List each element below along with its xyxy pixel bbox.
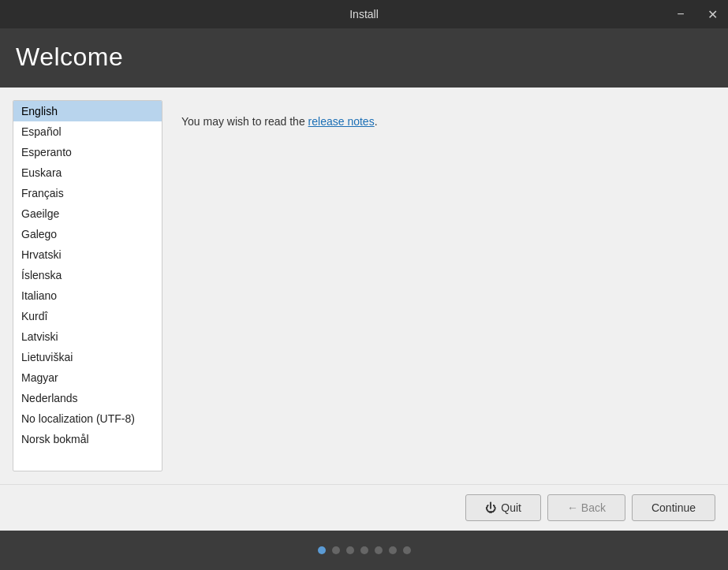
page-title: Welcome xyxy=(16,43,712,72)
language-item-galego[interactable]: Galego xyxy=(13,224,162,244)
progress-dot-3 xyxy=(360,546,368,554)
release-notes-suffix: . xyxy=(375,115,378,128)
release-notes-prefix: You may wish to read the xyxy=(181,115,308,128)
minimize-button[interactable]: − xyxy=(665,0,696,28)
quit-icon: ⏻ xyxy=(485,501,496,514)
release-notes-text: You may wish to read the release notes. xyxy=(181,113,709,130)
progress-dot-6 xyxy=(403,546,411,554)
right-panel: You may wish to read the release notes. xyxy=(175,100,715,471)
language-list[interactable]: EnglishEspañolEsperantoEuskaraFrançaisGa… xyxy=(13,100,162,471)
footer: ⏻ Quit ← Back Continue xyxy=(0,484,728,531)
progress-dot-5 xyxy=(389,546,397,554)
language-item-magyar[interactable]: Magyar xyxy=(13,367,162,388)
language-item-gaeilge[interactable]: Gaeilge xyxy=(13,203,162,224)
language-item-euskara[interactable]: Euskara xyxy=(13,162,162,183)
quit-label: Quit xyxy=(501,501,521,514)
language-item-hrvatski[interactable]: Hrvatski xyxy=(13,244,162,265)
language-item-norsk-bokmal[interactable]: Norsk bokmål xyxy=(13,429,162,449)
language-item-italiano[interactable]: Italiano xyxy=(13,285,162,306)
language-item-islenska[interactable]: Íslenska xyxy=(13,265,162,285)
language-item-lietuviskai[interactable]: Lietuviškai xyxy=(13,347,162,367)
quit-button[interactable]: ⏻ Quit xyxy=(465,494,541,521)
language-item-english[interactable]: English xyxy=(13,101,162,121)
content-area: EnglishEspañolEsperantoEuskaraFrançaisGa… xyxy=(0,88,728,484)
back-button[interactable]: ← Back xyxy=(547,494,625,521)
titlebar-controls: − ✕ xyxy=(665,0,728,28)
language-item-espanol[interactable]: Español xyxy=(13,121,162,142)
titlebar: Install − ✕ xyxy=(0,0,728,28)
continue-button[interactable]: Continue xyxy=(632,494,715,521)
main-window: Welcome EnglishEspañolEsperantoEuskaraFr… xyxy=(0,28,728,531)
back-label: Back xyxy=(581,501,606,514)
language-item-francais[interactable]: Français xyxy=(13,183,162,203)
release-notes-link[interactable]: release notes xyxy=(308,115,375,128)
window-header: Welcome xyxy=(0,28,728,88)
language-item-latviski[interactable]: Latviski xyxy=(13,326,162,347)
language-item-esperanto[interactable]: Esperanto xyxy=(13,142,162,162)
back-arrow-icon: ← xyxy=(567,501,581,514)
language-item-nederlands[interactable]: Nederlands xyxy=(13,388,162,408)
close-button[interactable]: ✕ xyxy=(696,0,728,28)
language-item-kurdi[interactable]: Kurdî xyxy=(13,306,162,326)
progress-dot-0 xyxy=(318,546,326,554)
progress-dot-4 xyxy=(375,546,383,554)
titlebar-title: Install xyxy=(349,8,379,20)
language-item-no-localization[interactable]: No localization (UTF-8) xyxy=(13,408,162,429)
progress-dot-2 xyxy=(346,546,354,554)
progress-dots xyxy=(0,531,728,570)
progress-dot-1 xyxy=(332,546,340,554)
